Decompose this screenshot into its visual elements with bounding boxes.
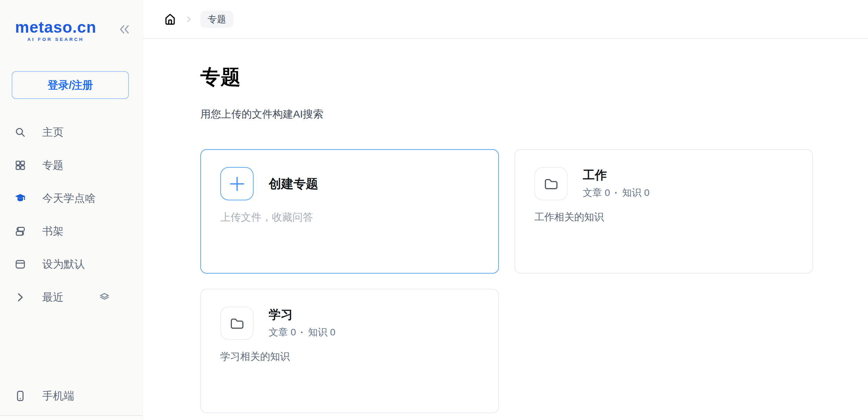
grid-icon [14, 159, 26, 171]
sidebar-item-set-default[interactable]: 设为默认 [0, 248, 143, 281]
page-subtitle: 用您上传的文件构建AI搜索 [200, 107, 813, 121]
sidebar-item-topics[interactable]: 专题 [0, 149, 143, 182]
breadcrumb: 专题 [143, 0, 868, 39]
sidebar-item-recent[interactable]: 最近 [0, 281, 143, 314]
topic-articles-count: 文章 0 [269, 326, 296, 339]
create-topic-description: 上传文件，收藏问答 [220, 210, 479, 224]
chevrons-left-icon [119, 24, 130, 35]
topic-title: 学习 [269, 308, 335, 321]
topic-meta: 文章 0 · 知识 0 [583, 186, 649, 199]
sidebar-bottom-strip [0, 416, 143, 420]
books-icon [14, 225, 26, 237]
layers-icon[interactable] [99, 291, 110, 303]
window-icon [14, 258, 26, 270]
brand-logo[interactable]: metaso.cn AI FOR SEARCH [11, 19, 100, 42]
topic-knowledge-count: 知识 0 [308, 326, 335, 339]
topic-articles-count: 文章 0 [583, 186, 610, 199]
login-register-button[interactable]: 登录/注册 [12, 71, 129, 99]
sidebar-item-home[interactable]: 主页 [0, 116, 143, 149]
meta-dot: · [614, 187, 617, 198]
sidebar-item-label: 今天学点啥 [42, 191, 96, 206]
sidebar: metaso.cn AI FOR SEARCH 登录/注册 主页 [0, 0, 143, 420]
breadcrumb-current[interactable]: 专题 [200, 11, 233, 28]
login-register-label: 登录/注册 [47, 78, 93, 92]
page-title: 专题 [200, 67, 813, 87]
sidebar-item-label: 最近 [42, 290, 64, 305]
topic-card-study[interactable]: 学习 文章 0 · 知识 0 学习相关的知识 [200, 289, 499, 413]
page-content: 专题 用您上传的文件构建AI搜索 创建专题 上传文件，收藏问答 [143, 39, 868, 413]
create-topic-card-head: 创建专题 [220, 167, 479, 200]
create-topic-title: 创建专题 [269, 177, 318, 191]
sidebar-item-label: 专题 [42, 158, 64, 173]
sidebar-collapse-button[interactable] [119, 24, 130, 35]
brand-logo-text: metaso.cn [11, 19, 100, 35]
sidebar-nav: 主页 专题 今天学点啥 [0, 116, 143, 314]
brand-tagline: AI FOR SEARCH [11, 37, 100, 42]
sidebar-item-mobile[interactable]: 手机端 [0, 379, 143, 412]
plus-icon [220, 167, 254, 200]
topic-meta: 文章 0 · 知识 0 [269, 326, 335, 339]
folder-icon [534, 167, 568, 200]
topic-card-head: 学习 文章 0 · 知识 0 [220, 307, 479, 340]
create-topic-card[interactable]: 创建专题 上传文件，收藏问答 [200, 149, 499, 274]
topic-card-head: 工作 文章 0 · 知识 0 [534, 167, 793, 200]
home-icon [164, 13, 176, 26]
breadcrumb-home-button[interactable] [164, 13, 176, 26]
sidebar-item-bookshelf[interactable]: 书架 [0, 215, 143, 248]
sidebar-item-label: 主页 [42, 125, 64, 140]
sidebar-item-label: 手机端 [42, 389, 74, 403]
topic-knowledge-count: 知识 0 [622, 186, 649, 199]
chevron-right-icon [14, 291, 26, 303]
sidebar-item-label: 设为默认 [42, 257, 85, 272]
topic-title: 工作 [583, 168, 649, 182]
topic-description: 学习相关的知识 [220, 350, 479, 364]
topic-cards-grid: 创建专题 上传文件，收藏问答 工作 文章 0 [200, 149, 813, 413]
graduation-cap-icon [14, 192, 26, 204]
meta-dot: · [300, 327, 303, 338]
breadcrumb-chevron-icon [185, 15, 193, 23]
main-area: 专题 专题 用您上传的文件构建AI搜索 创建专题 上传文件，收藏问答 [143, 0, 868, 420]
sidebar-item-learn-today[interactable]: 今天学点啥 [0, 182, 143, 215]
sidebar-spacer [0, 314, 143, 379]
smartphone-icon [14, 390, 26, 402]
topic-description: 工作相关的知识 [534, 210, 793, 224]
sidebar-item-label: 书架 [42, 224, 64, 239]
folder-icon [220, 307, 254, 340]
topic-card-work[interactable]: 工作 文章 0 · 知识 0 工作相关的知识 [514, 149, 813, 274]
search-icon [14, 126, 26, 138]
